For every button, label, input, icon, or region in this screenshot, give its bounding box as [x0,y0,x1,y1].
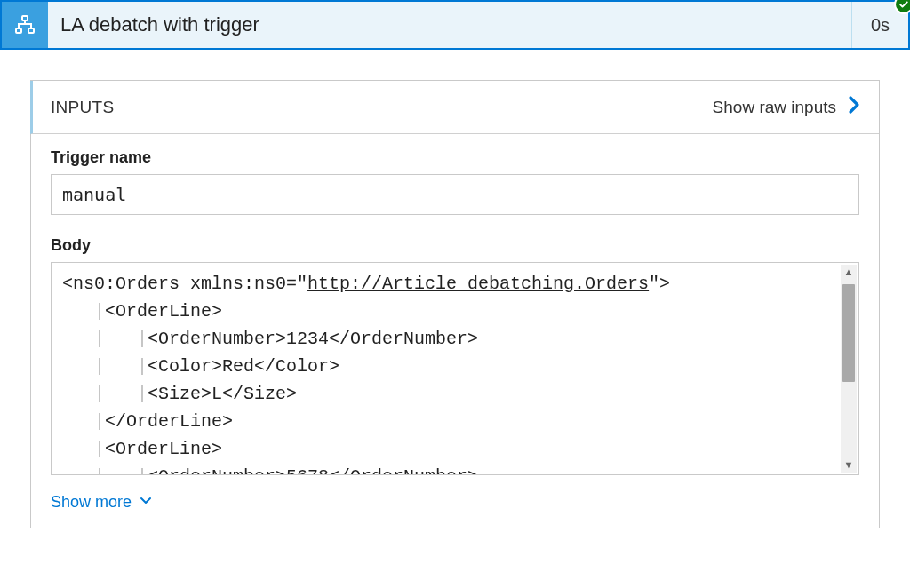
chevron-down-icon [139,493,153,512]
inputs-section-header: INPUTS Show raw inputs [30,81,879,134]
scroll-down-icon[interactable]: ▼ [844,460,854,470]
inputs-title: INPUTS [51,98,114,117]
body-line-4: <Color>Red</Color> [148,356,339,377]
show-raw-inputs-label: Show raw inputs [713,98,836,117]
body-line-2: <OrderLine> [105,301,222,322]
body-label: Body [51,236,859,255]
show-raw-inputs-button[interactable]: Show raw inputs [713,95,861,119]
inputs-panel: INPUTS Show raw inputs Trigger name Body… [30,80,880,528]
body-line-8: <OrderNumber>5678</OrderNumber> [148,466,478,474]
scroll-up-icon[interactable]: ▲ [844,267,854,277]
show-more-label: Show more [51,493,132,512]
svg-rect-2 [28,28,34,33]
trigger-name-label: Trigger name [51,148,859,167]
body-scrollbar[interactable]: ▲ ▼ [841,265,857,473]
body-content[interactable]: <ns0:Orders xmlns:ns0="http://Article_de… [52,263,858,474]
action-header[interactable]: LA debatch with trigger 0s [0,0,910,50]
body-line-7: <OrderLine> [105,439,222,459]
scroll-thumb[interactable] [842,284,855,382]
inputs-section-body: Trigger name Body <ns0:Orders xmlns:ns0=… [31,134,879,528]
svg-rect-1 [16,28,21,33]
show-more-button[interactable]: Show more [51,493,153,512]
body-line-5: <Size>L</Size> [148,384,297,404]
action-title: LA debatch with trigger [48,2,851,48]
chevron-right-icon [847,95,861,119]
trigger-name-field[interactable] [51,174,859,215]
body-line-6: </OrderLine> [105,411,233,432]
body-line-1-url: http://Article_debatching.Orders [307,274,649,294]
workflow-icon [2,2,48,48]
body-content-box: <ns0:Orders xmlns:ns0="http://Article_de… [51,262,859,475]
body-line-3: <OrderNumber>1234</OrderNumber> [148,329,478,349]
body-line-1b: "> [649,274,670,294]
body-line-1a: <ns0:Orders xmlns:ns0=" [62,274,307,294]
svg-rect-0 [22,16,28,20]
